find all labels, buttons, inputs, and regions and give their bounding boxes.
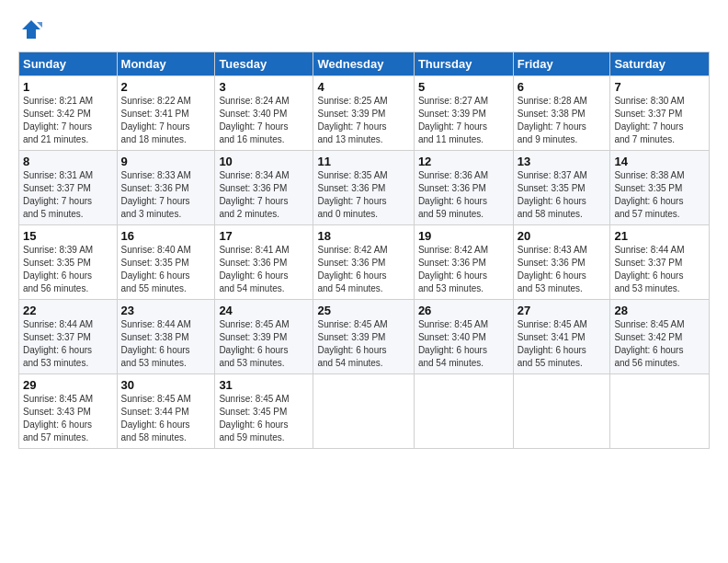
col-header-wednesday: Wednesday bbox=[313, 52, 414, 76]
day-info: Sunrise: 8:45 AM Sunset: 3:40 PM Dayligh… bbox=[418, 318, 509, 370]
col-header-monday: Monday bbox=[117, 52, 215, 76]
day-number: 6 bbox=[518, 80, 607, 94]
day-number: 25 bbox=[317, 304, 409, 317]
day-number: 22 bbox=[23, 304, 113, 317]
calendar-cell: 15Sunrise: 8:39 AM Sunset: 3:35 PM Dayli… bbox=[19, 225, 118, 300]
day-info: Sunrise: 8:35 AM Sunset: 3:36 PM Dayligh… bbox=[317, 169, 409, 221]
day-info: Sunrise: 8:41 AM Sunset: 3:36 PM Dayligh… bbox=[219, 244, 309, 295]
calendar-cell bbox=[513, 374, 610, 449]
day-number: 16 bbox=[121, 229, 211, 243]
day-number: 29 bbox=[23, 378, 113, 392]
day-info: Sunrise: 8:37 AM Sunset: 3:35 PM Dayligh… bbox=[518, 169, 607, 221]
day-info: Sunrise: 8:45 AM Sunset: 3:42 PM Dayligh… bbox=[614, 318, 705, 370]
day-info: Sunrise: 8:45 AM Sunset: 3:43 PM Dayligh… bbox=[23, 393, 113, 444]
calendar-cell: 23Sunrise: 8:44 AM Sunset: 3:38 PM Dayli… bbox=[117, 300, 215, 374]
day-info: Sunrise: 8:25 AM Sunset: 3:39 PM Dayligh… bbox=[317, 95, 409, 146]
col-header-saturday: Saturday bbox=[610, 52, 710, 76]
day-number: 21 bbox=[614, 229, 705, 243]
col-header-sunday: Sunday bbox=[19, 52, 118, 76]
calendar-cell: 21Sunrise: 8:44 AM Sunset: 3:37 PM Dayli… bbox=[610, 225, 710, 300]
calendar-cell bbox=[313, 374, 414, 449]
logo bbox=[18, 17, 48, 42]
day-info: Sunrise: 8:39 AM Sunset: 3:35 PM Dayligh… bbox=[23, 244, 113, 295]
day-info: Sunrise: 8:45 AM Sunset: 3:41 PM Dayligh… bbox=[518, 318, 607, 370]
week-row-4: 22Sunrise: 8:44 AM Sunset: 3:37 PM Dayli… bbox=[19, 300, 710, 374]
day-number: 10 bbox=[219, 155, 309, 168]
calendar-cell: 24Sunrise: 8:45 AM Sunset: 3:39 PM Dayli… bbox=[215, 300, 313, 374]
calendar-cell bbox=[414, 374, 513, 449]
day-number: 19 bbox=[418, 229, 509, 243]
day-number: 5 bbox=[418, 80, 509, 94]
header bbox=[18, 17, 710, 42]
calendar-cell: 1Sunrise: 8:21 AM Sunset: 3:42 PM Daylig… bbox=[19, 76, 118, 151]
calendar-header-row: SundayMondayTuesdayWednesdayThursdayFrid… bbox=[19, 52, 710, 76]
calendar-cell: 8Sunrise: 8:31 AM Sunset: 3:37 PM Daylig… bbox=[19, 151, 118, 225]
day-info: Sunrise: 8:38 AM Sunset: 3:35 PM Dayligh… bbox=[614, 169, 705, 221]
week-row-3: 15Sunrise: 8:39 AM Sunset: 3:35 PM Dayli… bbox=[19, 225, 710, 300]
day-info: Sunrise: 8:36 AM Sunset: 3:36 PM Dayligh… bbox=[418, 169, 509, 221]
day-number: 4 bbox=[317, 80, 409, 94]
day-number: 8 bbox=[23, 155, 113, 168]
day-number: 13 bbox=[518, 155, 607, 168]
day-number: 11 bbox=[317, 155, 409, 168]
day-number: 2 bbox=[121, 80, 211, 94]
day-number: 9 bbox=[121, 155, 211, 168]
day-number: 18 bbox=[317, 229, 409, 243]
calendar-cell: 7Sunrise: 8:30 AM Sunset: 3:37 PM Daylig… bbox=[610, 76, 710, 151]
col-header-thursday: Thursday bbox=[414, 52, 513, 76]
day-info: Sunrise: 8:27 AM Sunset: 3:39 PM Dayligh… bbox=[418, 95, 509, 146]
calendar-cell: 14Sunrise: 8:38 AM Sunset: 3:35 PM Dayli… bbox=[610, 151, 710, 225]
day-info: Sunrise: 8:40 AM Sunset: 3:35 PM Dayligh… bbox=[121, 244, 211, 295]
calendar-cell: 10Sunrise: 8:34 AM Sunset: 3:36 PM Dayli… bbox=[215, 151, 313, 225]
day-number: 23 bbox=[121, 304, 211, 317]
week-row-2: 8Sunrise: 8:31 AM Sunset: 3:37 PM Daylig… bbox=[19, 151, 710, 225]
day-info: Sunrise: 8:45 AM Sunset: 3:44 PM Dayligh… bbox=[121, 393, 211, 444]
day-number: 31 bbox=[219, 378, 309, 392]
page: SundayMondayTuesdayWednesdayThursdayFrid… bbox=[0, 0, 728, 458]
day-number: 3 bbox=[219, 80, 309, 94]
logo-icon bbox=[18, 17, 44, 42]
calendar-cell: 11Sunrise: 8:35 AM Sunset: 3:36 PM Dayli… bbox=[313, 151, 414, 225]
day-number: 15 bbox=[23, 229, 113, 243]
day-number: 26 bbox=[418, 304, 509, 317]
week-row-1: 1Sunrise: 8:21 AM Sunset: 3:42 PM Daylig… bbox=[19, 76, 710, 151]
calendar-cell: 26Sunrise: 8:45 AM Sunset: 3:40 PM Dayli… bbox=[414, 300, 513, 374]
day-number: 14 bbox=[614, 155, 705, 168]
day-info: Sunrise: 8:44 AM Sunset: 3:37 PM Dayligh… bbox=[614, 244, 705, 295]
day-info: Sunrise: 8:22 AM Sunset: 3:41 PM Dayligh… bbox=[121, 95, 211, 146]
day-number: 17 bbox=[219, 229, 309, 243]
day-number: 24 bbox=[219, 304, 309, 317]
calendar-cell: 9Sunrise: 8:33 AM Sunset: 3:36 PM Daylig… bbox=[117, 151, 215, 225]
day-info: Sunrise: 8:45 AM Sunset: 3:45 PM Dayligh… bbox=[219, 393, 309, 444]
calendar-cell: 6Sunrise: 8:28 AM Sunset: 3:38 PM Daylig… bbox=[513, 76, 610, 151]
col-header-friday: Friday bbox=[513, 52, 610, 76]
calendar-cell: 12Sunrise: 8:36 AM Sunset: 3:36 PM Dayli… bbox=[414, 151, 513, 225]
week-row-5: 29Sunrise: 8:45 AM Sunset: 3:43 PM Dayli… bbox=[19, 374, 710, 449]
calendar-cell: 2Sunrise: 8:22 AM Sunset: 3:41 PM Daylig… bbox=[117, 76, 215, 151]
day-number: 30 bbox=[121, 378, 211, 392]
day-number: 1 bbox=[23, 80, 113, 94]
day-info: Sunrise: 8:42 AM Sunset: 3:36 PM Dayligh… bbox=[418, 244, 509, 295]
day-info: Sunrise: 8:44 AM Sunset: 3:38 PM Dayligh… bbox=[121, 318, 211, 370]
calendar-cell: 28Sunrise: 8:45 AM Sunset: 3:42 PM Dayli… bbox=[610, 300, 710, 374]
calendar-cell: 18Sunrise: 8:42 AM Sunset: 3:36 PM Dayli… bbox=[313, 225, 414, 300]
calendar-cell: 30Sunrise: 8:45 AM Sunset: 3:44 PM Dayli… bbox=[117, 374, 215, 449]
day-info: Sunrise: 8:45 AM Sunset: 3:39 PM Dayligh… bbox=[317, 318, 409, 370]
col-header-tuesday: Tuesday bbox=[215, 52, 313, 76]
day-number: 12 bbox=[418, 155, 509, 168]
day-info: Sunrise: 8:45 AM Sunset: 3:39 PM Dayligh… bbox=[219, 318, 309, 370]
calendar-cell: 22Sunrise: 8:44 AM Sunset: 3:37 PM Dayli… bbox=[19, 300, 118, 374]
calendar-cell bbox=[610, 374, 710, 449]
calendar-cell: 31Sunrise: 8:45 AM Sunset: 3:45 PM Dayli… bbox=[215, 374, 313, 449]
day-info: Sunrise: 8:28 AM Sunset: 3:38 PM Dayligh… bbox=[518, 95, 607, 146]
day-number: 7 bbox=[614, 80, 705, 94]
calendar-cell: 20Sunrise: 8:43 AM Sunset: 3:36 PM Dayli… bbox=[513, 225, 610, 300]
day-number: 28 bbox=[614, 304, 705, 317]
calendar-cell: 3Sunrise: 8:24 AM Sunset: 3:40 PM Daylig… bbox=[215, 76, 313, 151]
day-info: Sunrise: 8:21 AM Sunset: 3:42 PM Dayligh… bbox=[23, 95, 113, 146]
day-info: Sunrise: 8:31 AM Sunset: 3:37 PM Dayligh… bbox=[23, 169, 113, 221]
calendar-cell: 4Sunrise: 8:25 AM Sunset: 3:39 PM Daylig… bbox=[313, 76, 414, 151]
calendar-cell: 13Sunrise: 8:37 AM Sunset: 3:35 PM Dayli… bbox=[513, 151, 610, 225]
calendar-table: SundayMondayTuesdayWednesdayThursdayFrid… bbox=[18, 52, 710, 449]
day-number: 20 bbox=[518, 229, 607, 243]
